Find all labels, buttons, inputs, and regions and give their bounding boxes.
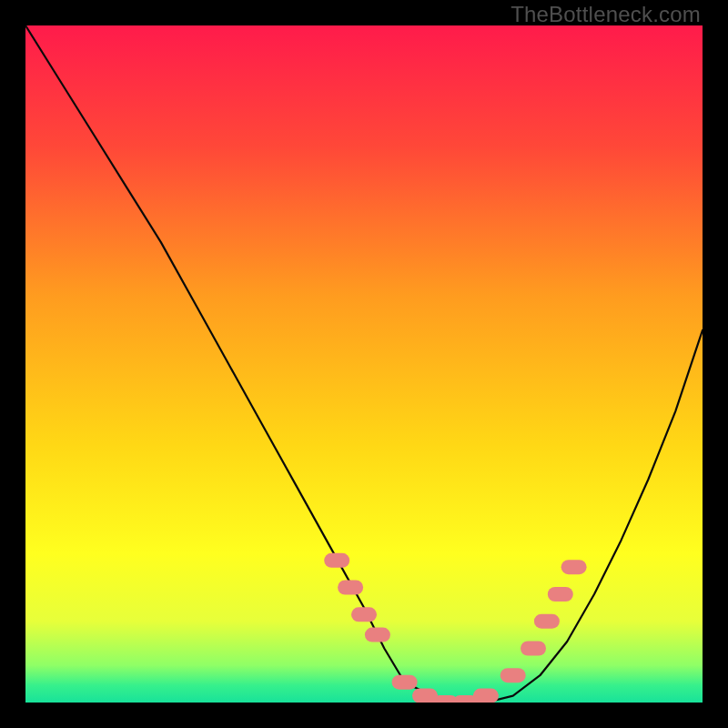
marker-point — [338, 581, 363, 595]
marker-point — [324, 553, 349, 568]
marker-point — [534, 614, 560, 629]
chart-frame — [25, 25, 703, 703]
gradient-backdrop — [25, 25, 703, 703]
marker-point — [365, 628, 390, 642]
marker-point — [500, 668, 526, 682]
marker-point — [473, 689, 499, 703]
marker-point — [561, 560, 587, 574]
marker-point — [521, 642, 546, 656]
marker-point — [351, 607, 377, 622]
marker-point — [392, 675, 418, 690]
marker-point — [548, 587, 573, 602]
bottleneck-chart — [25, 25, 703, 703]
watermark-text: TheBottleneck.com — [511, 2, 701, 27]
